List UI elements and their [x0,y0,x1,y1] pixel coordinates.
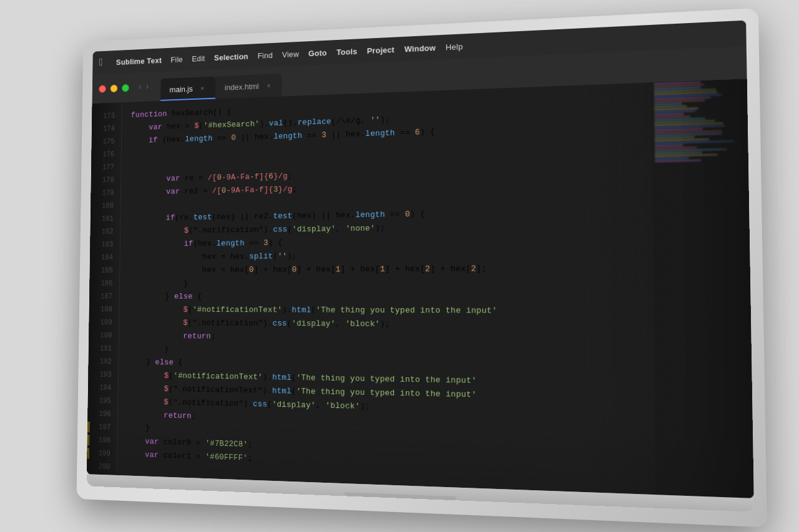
line-number: 189 [89,316,119,329]
menu-goto[interactable]: Goto [308,47,327,57]
menu-tools[interactable]: Tools [336,46,357,56]
line-number: 179 [91,186,120,200]
line-number: 194 [88,381,118,395]
line-number: 178 [91,173,121,187]
close-button[interactable] [99,84,106,92]
nav-arrows: ‹ › [138,82,150,92]
line-number: 198 [87,433,117,448]
line-number: 183 [90,238,120,251]
line-number: 190 [89,329,119,342]
line-number: 197 [87,420,117,434]
line-number: 195 [88,394,118,408]
tab-main-js-label: main.js [170,84,193,94]
minimap-line [655,157,689,159]
line-number: 175 [92,135,122,148]
menu-view[interactable]: View [282,49,299,59]
tabs: main.js × index.html × [160,66,282,100]
line-number: 191 [89,342,119,355]
line-number: 181 [91,212,120,225]
line-number: 187 [89,290,119,303]
forward-arrow-icon[interactable]: › [145,82,150,91]
back-arrow-icon[interactable]: ‹ [138,82,143,92]
menu-help[interactable]: Help [446,41,463,51]
line-number: 177 [91,160,121,174]
line-number: 185 [90,264,120,277]
tab-index-html-label: index.html [225,81,259,91]
tab-main-js-close[interactable]: × [199,84,207,92]
line-number: 199 [87,447,117,461]
line-number: 200 [87,460,117,474]
traffic-lights [99,84,129,92]
menu-project[interactable]: Project [367,44,395,55]
menu-edit[interactable]: Edit [192,53,205,62]
line-number: 188 [89,303,119,316]
line-number: 173 [92,109,122,123]
fullscreen-button[interactable] [122,84,129,92]
line-number: 184 [90,251,120,264]
menu-find[interactable]: Find [258,50,273,59]
apple-logo-icon:  [99,57,105,69]
line-number: 193 [88,368,118,382]
line-number: 192 [88,355,118,369]
minimap-line [655,144,683,147]
screen-bezel:  Sublime Text File Edit Selection Find … [87,20,754,498]
minimap [651,79,753,498]
line-number: 186 [89,277,119,290]
menu-sublime-text[interactable]: Sublime Text [116,56,162,66]
line-number: 202 [87,486,117,498]
menu-selection[interactable]: Selection [214,51,248,62]
line-number: 180 [91,199,120,212]
menu-window[interactable]: Window [404,42,436,53]
editor-area: 1731741751761771781791801811821831841851… [87,79,754,498]
line-numbers: 1731741751761771781791801811821831841851… [87,102,122,475]
line-number: 176 [91,148,121,162]
menu-file[interactable]: File [170,54,183,64]
tab-index-html-close[interactable]: × [265,81,273,90]
line-number: 182 [90,225,120,238]
tab-main-js[interactable]: main.js × [160,76,215,100]
tab-index-html[interactable]: index.html × [215,74,282,99]
line-number: 196 [87,407,117,421]
minimize-button[interactable] [110,84,118,92]
line-number: 174 [92,122,122,135]
laptop-frame:  Sublime Text File Edit Selection Find … [76,7,767,527]
